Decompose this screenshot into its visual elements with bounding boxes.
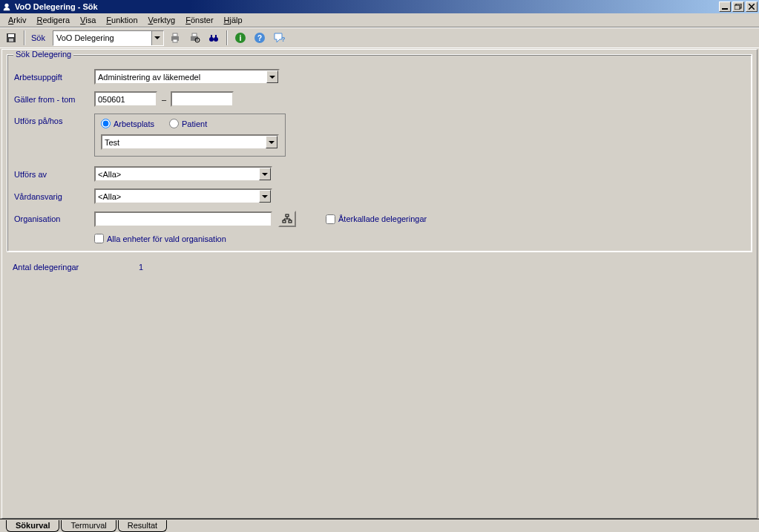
alla-enheter-input[interactable] (94, 234, 104, 243)
menu-funktion[interactable]: Funktion (101, 14, 142, 26)
svg-rect-11 (192, 33, 197, 36)
row-arbetsuppgift: Arbetsuppgift Administrering av läkemede… (14, 69, 745, 85)
row-alla-enheter: Alla enheter för vald organisation (14, 234, 745, 243)
organisation-input[interactable] (94, 211, 272, 227)
svg-rect-1 (722, 8, 728, 10)
row-utfors-pa: Utförs på/hos Arbetsplats Patient Test (14, 114, 745, 160)
organisation-label: Organisation (14, 214, 94, 223)
row-galler: Gäller from - tom – (14, 91, 745, 107)
vardansvarig-label: Vårdansvarig (14, 192, 94, 201)
svg-rect-9 (173, 39, 177, 42)
galler-sep: – (157, 95, 171, 104)
utfors-av-label: Utförs av (14, 170, 94, 179)
binoculars-icon[interactable] (206, 30, 222, 46)
radio-patient-label: Patient (182, 119, 207, 128)
utfors-pa-label: Utförs på/hos (14, 114, 94, 125)
utfors-av-value: <Alla> (96, 170, 259, 179)
radio-patient[interactable]: Patient (169, 119, 207, 128)
svg-text:i: i (239, 33, 241, 42)
row-vardansvarig: Vårdansvarig <Alla> (14, 188, 745, 204)
galler-label: Gäller from - tom (14, 95, 94, 104)
arbetsplats-select[interactable]: Test (101, 134, 279, 150)
svg-rect-10 (191, 36, 198, 41)
svg-rect-24 (289, 220, 292, 223)
svg-rect-22 (286, 214, 289, 217)
titlebar: VoO Delegering - Sök (0, 0, 759, 13)
utfors-av-select[interactable]: <Alla> (94, 166, 272, 182)
arbetsplats-arrow[interactable] (266, 136, 277, 148)
svg-rect-3 (735, 5, 740, 10)
svg-rect-5 (8, 34, 14, 37)
arbetsuppgift-value: Administrering av läkemedel (96, 73, 266, 82)
arbetsuppgift-arrow[interactable] (266, 70, 278, 83)
toolbar-sep-1 (24, 30, 25, 45)
menu-visa[interactable]: Visa (75, 14, 101, 26)
utfors-pa-box: Arbetsplats Patient Test (94, 114, 286, 157)
count-row: Antal delegeringar 1 (2, 257, 757, 278)
vardansvarig-arrow[interactable] (259, 190, 271, 203)
galler-to-input[interactable] (171, 91, 234, 107)
bottom-tabs: Sökurval Termurval Resultat (6, 519, 759, 532)
arbetsuppgift-select[interactable]: Administrering av läkemedel (94, 69, 280, 85)
window-controls (719, 1, 758, 12)
galler-from-input[interactable] (94, 91, 157, 107)
aterkallade-checkbox[interactable]: Återkallade delegeringar (326, 214, 427, 224)
svg-rect-6 (9, 39, 13, 42)
count-label: Antal delegeringar (13, 263, 139, 272)
vardansvarig-select[interactable]: <Alla> (94, 188, 272, 204)
menu-fonster[interactable]: Fönster (180, 14, 218, 26)
count-value: 1 (139, 263, 143, 272)
close-button[interactable] (746, 1, 758, 12)
group-legend: Sök Delegering (13, 50, 73, 59)
svg-rect-15 (211, 35, 212, 38)
svg-text:?: ? (281, 36, 285, 43)
svg-text:?: ? (257, 34, 262, 42)
alla-enheter-checkbox[interactable]: Alla enheter för vald organisation (94, 234, 226, 243)
svg-rect-23 (283, 220, 286, 223)
menu-redigera[interactable]: Redigera (31, 14, 75, 26)
radio-arbetsplats[interactable]: Arbetsplats (101, 119, 154, 128)
aterkallade-input[interactable] (326, 214, 335, 224)
toolbar-sep-2 (226, 30, 228, 45)
content-panel: Sök Delegering Arbetsuppgift Administrer… (1, 49, 758, 519)
menu-verktyg[interactable]: Verktyg (143, 14, 181, 26)
menu-arkiv[interactable]: Arkiv (3, 14, 31, 26)
arbetsuppgift-label: Arbetsuppgift (14, 73, 94, 82)
app-icon (1, 1, 12, 12)
whatsthis-icon[interactable]: ? (271, 30, 287, 46)
tab-resultat[interactable]: Resultat (118, 520, 167, 532)
vardansvarig-value: <Alla> (96, 192, 259, 201)
tab-sokurval[interactable]: Sökurval (6, 520, 59, 532)
radio-arbetsplats-input[interactable] (101, 119, 111, 128)
alla-enheter-label: Alla enheter för vald organisation (107, 234, 226, 243)
radio-arbetsplats-label: Arbetsplats (114, 119, 154, 128)
print-button[interactable] (167, 30, 183, 46)
minimize-button[interactable] (719, 1, 731, 12)
help-icon[interactable]: ? (252, 30, 268, 46)
restore-button[interactable] (732, 1, 744, 12)
aterkallade-label: Återkallade delegeringar (338, 214, 427, 223)
print-preview-button[interactable] (186, 30, 203, 46)
utfors-av-arrow[interactable] (259, 168, 271, 180)
svg-point-0 (4, 4, 8, 7)
module-select[interactable]: VoO Delegering (53, 30, 164, 46)
save-button[interactable] (3, 30, 19, 46)
org-browse-button[interactable] (278, 211, 296, 227)
row-utfors-av: Utförs av <Alla> (14, 166, 745, 182)
toolbar: Sök VoO Delegering i ? ? (0, 27, 759, 48)
radio-patient-input[interactable] (169, 119, 179, 128)
menubar: Arkiv Redigera Visa Funktion Verktyg Fön… (0, 13, 759, 27)
window-title: VoO Delegering - Sök (15, 2, 719, 11)
svg-rect-8 (173, 33, 177, 36)
arbetsplats-value: Test (102, 138, 266, 147)
module-select-text: VoO Delegering (53, 33, 151, 42)
menu-hjalp[interactable]: Hjälp (219, 14, 248, 26)
module-select-arrow[interactable] (151, 31, 163, 45)
info-icon[interactable]: i (232, 30, 249, 46)
tab-termurval[interactable]: Termurval (61, 520, 116, 532)
sok-label: Sök (30, 33, 50, 42)
org-tree-icon (282, 214, 292, 224)
row-organisation: Organisation Återkallade delegeringar (14, 211, 745, 227)
svg-rect-16 (215, 35, 217, 38)
search-groupbox: Sök Delegering Arbetsuppgift Administrer… (7, 54, 752, 252)
